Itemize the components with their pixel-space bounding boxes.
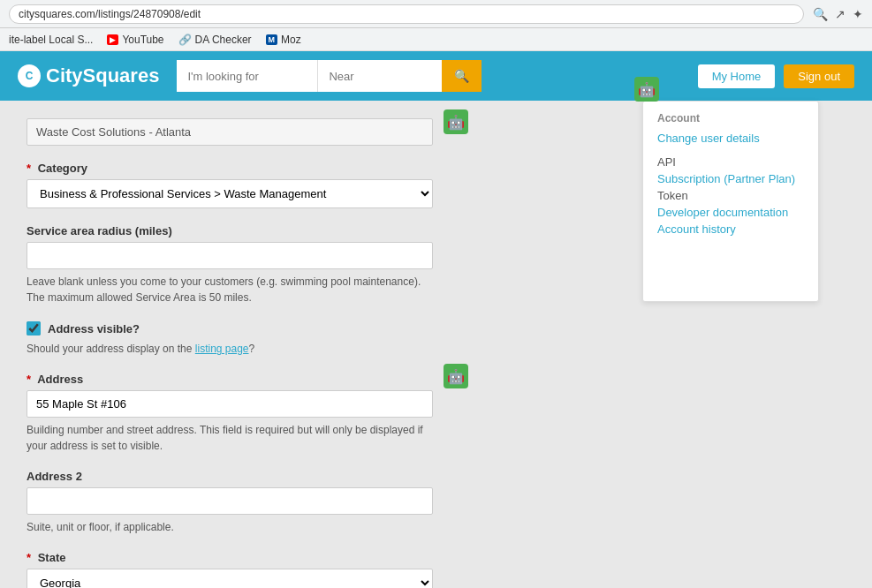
address2-hint: Suite, unit or floor, if applicable. [27,519,433,535]
address-visible-checkbox[interactable] [27,321,41,335]
browser-chrome: citysquares.com/listings/24870908/edit 🔍… [0,0,872,28]
logo-text: CitySquares [46,64,159,87]
bookmark-local[interactable]: ite-label Local S... [9,34,93,46]
service-area-group: Service area radius (miles) Leave blank … [27,224,433,305]
sign-out-button[interactable]: Sign out [784,64,854,88]
robot-icon-bottom[interactable]: 🤖 [444,364,468,388]
bookmark-youtube-label: YouTube [122,34,163,46]
page-wrapper: 🤖 Waste Cost Solutions - Atlanta * Categ… [0,101,872,588]
address-visible-row: Address visible? [27,321,433,335]
bookmark-youtube[interactable]: ▶ YouTube [107,34,163,46]
bookmark-moz[interactable]: M Moz [266,34,301,46]
site-header: C CitySquares 🔍 My Home Sign out [0,51,872,101]
category-group: * Category Business & Professional Servi… [27,162,433,208]
bookmark-da[interactable]: 🔗 DA Checker [178,34,252,46]
link-icon: 🔗 [178,34,192,46]
service-area-label: Service area radius (miles) [27,224,433,237]
address-input[interactable] [27,390,433,418]
bookmarks-bar: ite-label Local S... ▶ YouTube 🔗 DA Chec… [0,28,872,51]
url-bar[interactable]: citysquares.com/listings/24870908/edit [9,4,804,24]
state-select[interactable]: Georgia Alabama Florida Tennessee [27,569,433,588]
business-name-value: Waste Cost Solutions - Atlanta [27,118,433,146]
address-visible-group: Address visible? Should your address dis… [27,321,433,357]
developer-docs-link[interactable]: Developer documentation [657,204,804,221]
search-looking-input[interactable] [177,60,318,92]
bookmark-moz-label: Moz [281,34,301,46]
subscription-link[interactable]: Subscription (Partner Plan) [657,170,804,187]
address-label: * Address [27,373,433,386]
state-label: * State [27,551,433,564]
account-dropdown: 🤖 Account Change user details API Subscr… [642,101,819,302]
address2-group: Address 2 Suite, unit or floor, if appli… [27,470,433,535]
dropdown-avatar-icon: 🤖 [634,77,659,102]
moz-icon: M [266,34,278,45]
youtube-icon: ▶ [107,34,118,45]
state-group: * State Georgia Alabama Florida Tennesse… [27,551,433,588]
my-home-button[interactable]: My Home [698,64,776,88]
service-area-hint: Leave blank unless you come to your cust… [27,274,433,305]
account-section-label: Account [657,112,804,124]
logo-icon: C [18,64,41,87]
search-bar: 🔍 [177,60,481,92]
robot-icon-top[interactable]: 🤖 [444,109,468,134]
address-visible-hint: Should your address display on the listi… [27,341,433,357]
address2-label: Address 2 [27,470,433,483]
search-near-input[interactable] [318,60,442,92]
address-visible-label: Address visible? [48,322,140,335]
bookmark-da-label: DA Checker [195,34,252,46]
api-label: API [657,154,804,170]
more-icon[interactable]: ✦ [853,7,863,21]
browser-icons: 🔍 ↗ ✦ [813,7,863,21]
site-logo[interactable]: C CitySquares [18,64,159,87]
category-label: * Category [27,162,433,175]
change-user-details-link[interactable]: Change user details [657,130,804,147]
share-icon[interactable]: ↗ [835,7,845,21]
category-select[interactable]: Business & Professional Services > Waste… [27,179,433,208]
address-group: * Address Building number and street add… [27,373,433,454]
service-area-input[interactable] [27,242,433,269]
token-label: Token [657,187,804,204]
search-icon[interactable]: 🔍 [813,7,828,21]
account-history-link[interactable]: Account history [657,221,804,237]
address-hint: Building number and street address. This… [27,422,433,454]
address2-input[interactable] [27,487,433,515]
url-text: citysquares.com/listings/24870908/edit [19,8,201,20]
business-name-group: Waste Cost Solutions - Atlanta [27,118,433,146]
bookmark-local-label: ite-label Local S... [9,34,93,46]
listing-page-link[interactable]: listing page [195,343,249,355]
search-button[interactable]: 🔍 [442,60,481,92]
